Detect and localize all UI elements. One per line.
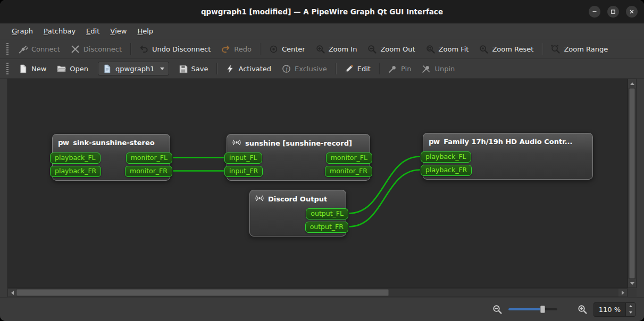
zoom-slider-thumb[interactable] (540, 306, 545, 313)
menu-patchbay[interactable]: Patchbay (38, 23, 81, 39)
output-port[interactable]: output_FR (305, 222, 348, 233)
connections-layer (8, 79, 627, 288)
node-header[interactable]: pwsink-sunshine-stereo (53, 134, 170, 148)
center-button[interactable]: Center (264, 41, 311, 56)
output-port[interactable]: output_FL (306, 208, 348, 219)
titlebar[interactable]: qpwgraph1 [modified] — A PipeWire Graph … (0, 0, 644, 23)
menu-view[interactable]: View (105, 23, 132, 39)
input-port[interactable]: playback_FR (421, 165, 472, 176)
output-port[interactable]: monitor_FL (326, 153, 372, 164)
menu-graph[interactable]: Graph (6, 23, 38, 39)
maximize-button[interactable] (607, 6, 619, 18)
maximize-icon (610, 9, 616, 14)
toolbar-file: NewOpenqpwgraph1SaveActivatedfExclusiveE… (0, 59, 644, 79)
disconnect-button[interactable]: Disconnect (65, 41, 127, 56)
zoom-out-icon (367, 45, 377, 54)
toolbar-handle[interactable] (6, 63, 9, 74)
input-port[interactable]: playback_FL (421, 151, 471, 163)
zoom-spin-down-button[interactable] (626, 309, 635, 316)
toolbar-button-label: Zoom Fit (439, 45, 469, 53)
node-title: sunshine [sunshine-record] (245, 139, 352, 147)
input-port[interactable]: input_FL (224, 153, 262, 164)
zoom-spinbox[interactable]: 110 % (593, 302, 635, 317)
save-button[interactable]: Save (173, 61, 214, 76)
zoom-in-icon (578, 305, 587, 314)
toolbar-handle[interactable] (6, 43, 9, 55)
toolbar-button-label: Open (70, 65, 88, 73)
output-port[interactable]: monitor_FR (125, 166, 172, 177)
zoom-out-icon (492, 305, 502, 314)
activated-button[interactable]: Activated (220, 61, 277, 76)
zoom-reset-button[interactable]: Zoom Reset (474, 41, 539, 56)
app-window: qpwgraph1 [modified] — A PipeWire Graph … (0, 0, 644, 321)
graph-canvas[interactable]: pwsink-sunshine-stereoplayback_FLplaybac… (7, 79, 628, 288)
scroll-right-arrow[interactable] (618, 289, 627, 297)
edit-icon (345, 64, 354, 73)
close-icon (629, 9, 634, 14)
new-button[interactable]: New (13, 61, 52, 76)
main-area: pwsink-sunshine-stereoplayback_FLplaybac… (0, 79, 644, 297)
output-port[interactable]: monitor_FL (126, 153, 172, 164)
pin-icon (388, 64, 397, 73)
horizontal-scroll-thumb[interactable] (16, 289, 389, 296)
menu-edit[interactable]: Edit (81, 23, 105, 39)
patchbay-combo[interactable]: qpwgraph1 (98, 62, 169, 75)
redo-icon (221, 45, 230, 54)
scroll-up-arrow[interactable] (628, 79, 636, 88)
horizontal-scrollbar[interactable] (7, 288, 628, 297)
node-header[interactable]: sunshine [sunshine-record] (227, 134, 370, 150)
zoom-spin-up-button[interactable] (626, 303, 635, 310)
window-controls (589, 0, 638, 23)
zoom-out-button[interactable]: Zoom Out (362, 41, 420, 56)
node-discord[interactable]: Discord Outputoutput_FLoutput_FR (249, 190, 346, 236)
toolbar-button-label: Edit (357, 65, 371, 73)
pin-button[interactable]: Pin (383, 61, 416, 76)
undo-disconnect-button[interactable]: Undo Disconnect (134, 41, 216, 56)
output-port[interactable]: monitor_FR (325, 166, 372, 177)
node-sunshine[interactable]: sunshine [sunshine-record]input_FLinput_… (227, 134, 370, 181)
zoom-range-button[interactable]: Zoom Range (546, 41, 613, 56)
patchbay-combo-value: qpwgraph1 (115, 65, 154, 73)
exclusive-icon: f (282, 64, 291, 73)
toolbar-button-label: Connect (31, 45, 60, 53)
node-sink[interactable]: pwsink-sunshine-stereoplayback_FLplaybac… (52, 134, 170, 181)
connect-button[interactable]: Connect (13, 41, 65, 56)
input-port[interactable]: playback_FR (50, 166, 101, 177)
close-button[interactable] (626, 6, 638, 18)
exclusive-button[interactable]: fExclusive (277, 61, 332, 76)
unpin-icon (422, 64, 431, 73)
input-port[interactable]: playback_FL (50, 153, 101, 164)
chevron-down-icon (160, 67, 164, 70)
node-family[interactable]: pwFamily 17h/19h HD Audio Contr...playba… (423, 133, 593, 180)
edit-button[interactable]: Edit (339, 61, 376, 76)
zoom-slider[interactable] (508, 305, 557, 314)
zoom-in-button[interactable]: Zoom In (311, 41, 363, 56)
open-folder-icon (57, 64, 66, 73)
center-icon (269, 45, 278, 54)
zoom-in-icon (316, 45, 325, 54)
toolbar-button-label: Zoom Range (564, 45, 608, 53)
zoom-reset-icon (479, 45, 488, 54)
vertical-scroll-thumb[interactable] (629, 88, 635, 278)
scroll-down-arrow[interactable] (628, 279, 636, 288)
toolbar-button-label: Center (282, 45, 305, 53)
save-icon (179, 64, 188, 73)
redo-button[interactable]: Redo (216, 41, 257, 56)
window-title: qpwgraph1 [modified] — A PipeWire Graph … (0, 7, 644, 16)
toolbar-button-label: New (31, 65, 46, 73)
node-header[interactable]: Discord Output (250, 190, 346, 206)
menu-help[interactable]: Help (132, 23, 158, 39)
unpin-button[interactable]: Unpin (416, 61, 460, 76)
minimize-button[interactable] (589, 6, 600, 18)
scroll-left-arrow[interactable] (8, 289, 16, 297)
vertical-scrollbar[interactable] (628, 79, 637, 288)
node-header[interactable]: pwFamily 17h/19h HD Audio Contr... (423, 133, 592, 147)
toolbar-button-label: Zoom Reset (492, 45, 533, 53)
input-port[interactable]: input_FR (224, 166, 263, 177)
toolbar-separator (379, 63, 380, 74)
open-button[interactable]: Open (52, 61, 94, 76)
horizontal-scroll-track[interactable] (16, 289, 618, 297)
zoom-value: 110 % (594, 303, 625, 316)
zoom-fit-button[interactable]: Zoom Fit (421, 41, 474, 56)
speaker-icon (255, 194, 264, 204)
